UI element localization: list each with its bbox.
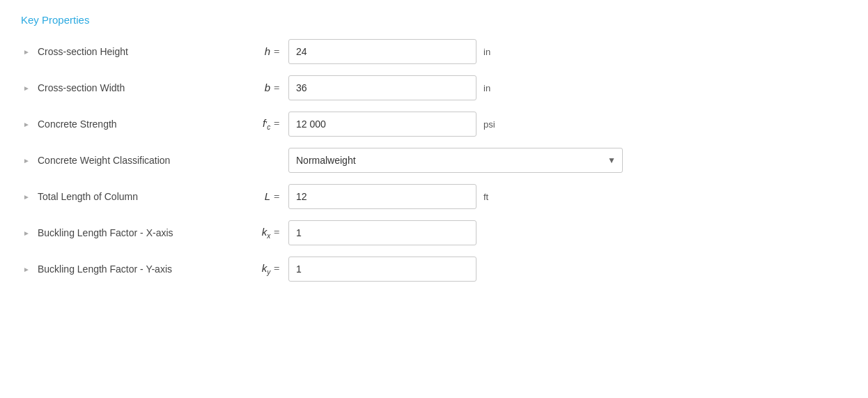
property-row-concrete-weight: ►Concrete Weight ClassificationNormalwei… (21, 147, 847, 174)
expand-arrow-cross-section-width[interactable]: ► (21, 84, 32, 92)
input-cross-section-height[interactable] (288, 39, 476, 64)
property-label-cross-section-height: Cross-section Height (38, 46, 233, 57)
unit-label-cross-section-height: in (483, 47, 504, 57)
formula-label-buckling-x: kx = (233, 226, 288, 240)
property-label-concrete-weight: Concrete Weight Classification (38, 155, 233, 166)
input-buckling-y[interactable] (288, 257, 476, 282)
section-title: Key Properties (21, 14, 847, 26)
expand-arrow-buckling-x[interactable]: ► (21, 229, 32, 237)
formula-label-cross-section-width: b = (233, 82, 288, 94)
expand-arrow-buckling-y[interactable]: ► (21, 266, 32, 273)
property-label-total-length: Total Length of Column (38, 191, 233, 202)
formula-label-cross-section-height: h = (233, 45, 288, 58)
input-total-length[interactable] (288, 184, 476, 209)
property-row-buckling-y: ►Buckling Length Factor - Y-axisky = (21, 256, 847, 282)
property-row-cross-section-height: ►Cross-section Heighth =in (21, 38, 847, 65)
property-label-buckling-x: Buckling Length Factor - X-axis (38, 227, 233, 238)
property-label-buckling-y: Buckling Length Factor - Y-axis (38, 263, 233, 275)
expand-arrow-cross-section-height[interactable]: ► (21, 48, 32, 56)
input-cross-section-width[interactable] (288, 75, 476, 100)
unit-label-cross-section-width: in (483, 83, 504, 93)
property-row-total-length: ►Total Length of ColumnL =ft (21, 183, 847, 210)
property-row-cross-section-width: ►Cross-section Widthb =in (21, 75, 847, 101)
formula-label-total-length: L = (233, 190, 288, 203)
input-concrete-strength[interactable] (288, 112, 476, 137)
input-buckling-x[interactable] (288, 220, 476, 245)
property-row-concrete-strength: ►Concrete Strengthf′c =psi (21, 111, 847, 137)
property-label-concrete-strength: Concrete Strength (38, 118, 233, 130)
dropdown-concrete-weight[interactable]: NormalweightLightweightSand-Lightweight (288, 148, 623, 173)
expand-arrow-total-length[interactable]: ► (21, 193, 32, 201)
dropdown-wrapper-concrete-weight: NormalweightLightweightSand-Lightweight▼ (288, 148, 623, 173)
formula-label-concrete-strength: f′c = (233, 117, 288, 131)
unit-label-concrete-strength: psi (483, 119, 504, 130)
expand-arrow-concrete-weight[interactable]: ► (21, 157, 32, 164)
property-row-buckling-x: ►Buckling Length Factor - X-axiskx = (21, 220, 847, 246)
property-label-cross-section-width: Cross-section Width (38, 82, 233, 93)
formula-label-buckling-y: ky = (233, 262, 288, 276)
unit-label-total-length: ft (483, 192, 504, 202)
expand-arrow-concrete-strength[interactable]: ► (21, 121, 32, 128)
